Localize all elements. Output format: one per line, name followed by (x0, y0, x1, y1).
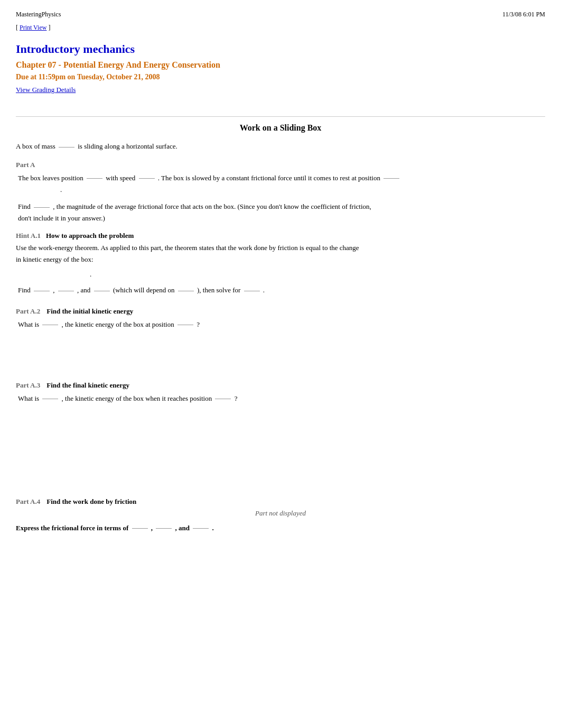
problem-title: Work on a Sliding Box (16, 123, 545, 133)
hint-body-1: Use the work-energy theorem. As applied … (16, 244, 359, 252)
timestamp: 11/3/08 6:01 PM (502, 11, 545, 19)
part-a3-title: Find the final kinetic energy (46, 381, 129, 390)
hint-find-line: Find , , and (which will depend on ), th… (18, 284, 545, 296)
part-a-dot: . (60, 186, 62, 193)
part-a3-var (42, 399, 58, 399)
print-view-section: [ Print View ] (16, 24, 545, 32)
hint-a1-label: Hint A.1 (16, 232, 41, 240)
express-text: Express the frictional force in terms of (16, 524, 128, 532)
part-a-text2: with speed (106, 174, 135, 182)
hint-and: , and (77, 286, 90, 294)
express-var1 (132, 528, 148, 529)
express-var2 (156, 528, 172, 529)
part-a-find: Find , the magnitude of the average fric… (18, 201, 545, 224)
intro-text: A box of mass (16, 142, 55, 150)
part-a3-content: What is , the kinetic energy of the box … (18, 393, 545, 404)
find-line2: don't include it in your answer.) (18, 214, 105, 222)
part-a3-qmark: ? (235, 394, 238, 402)
view-grading-link[interactable]: View Grading Details (16, 86, 76, 94)
hint-solve: ), then solve for (197, 286, 240, 294)
gap-a2 (16, 330, 545, 373)
hint-find: Find (18, 286, 31, 294)
intro-rest: is sliding along a horizontal surface. (78, 142, 177, 150)
part-a2-rest: , the kinetic energy of the box at posit… (62, 320, 174, 328)
hint-solve-var (244, 291, 260, 291)
express-line: Express the frictional force in terms of… (16, 522, 545, 534)
find-placeholder (34, 207, 50, 208)
express-var3 (193, 528, 209, 529)
part-a-text1: The box leaves position (18, 174, 83, 182)
course-title: Introductory mechanics (16, 42, 545, 56)
hint-f2 (58, 291, 74, 291)
mass-placeholder (59, 147, 74, 148)
hint-a1-header: Hint A.1 How to approach the problem (16, 232, 545, 240)
part-a3-pos (215, 399, 231, 399)
part-a-label: Part A (16, 161, 35, 169)
express-end: . (212, 524, 213, 532)
hint-dot-line: . (90, 269, 545, 280)
hint-f3 (94, 291, 110, 291)
find-text: Find (18, 202, 31, 210)
hint-dep (178, 291, 194, 291)
part-a4-label: Part A.4 (16, 497, 40, 506)
part-a-header: Part A (16, 161, 545, 169)
part-a2-var (42, 325, 58, 325)
top-bar: MasteringPhysics 11/3/08 6:01 PM (16, 11, 545, 19)
hint-f1 (34, 291, 50, 291)
part-a2-qmark: ? (197, 320, 200, 328)
part-a2-title: Find the initial kinetic energy (46, 307, 133, 316)
part-a3-header: Part A.3 Find the final kinetic energy (16, 381, 545, 390)
gap-a3b (16, 447, 545, 489)
part-a-text3: . The box is slowed by a constant fricti… (158, 174, 380, 182)
position-placeholder-1 (87, 178, 102, 179)
site-name: MasteringPhysics (16, 11, 61, 19)
part-a3-what: What is (18, 394, 39, 402)
part-a3-rest: , the kinetic energy of the box when it … (62, 394, 212, 402)
hint-a1-title: How to approach the problem (46, 232, 134, 240)
find-rest: , the magnitude of the average frictiona… (53, 202, 371, 210)
part-not-displayed: Part not displayed (16, 509, 545, 518)
part-a-content: The box leaves position with speed . The… (18, 172, 545, 196)
hint-a1-body: Use the work-energy theorem. As applied … (16, 242, 545, 265)
speed-placeholder (139, 178, 155, 179)
part-a4-header: Part A.4 Find the work done by friction (16, 497, 545, 506)
part-a2-content: What is , the kinetic energy of the box … (18, 319, 545, 330)
problem-intro: A box of mass is sliding along a horizon… (16, 141, 545, 152)
hint-period: . (263, 286, 265, 294)
chapter-title: Chapter 07 - Potential Energy And Energy… (16, 60, 545, 70)
hint-dot: . (90, 270, 91, 278)
part-a4-title: Find the work done by friction (46, 497, 136, 506)
divider-1 (16, 116, 545, 117)
part-a2-what: What is (18, 320, 39, 328)
part-a2-header: Part A.2 Find the initial kinetic energy (16, 307, 545, 316)
part-a2-label: Part A.2 (16, 307, 40, 316)
hint-body-2: in kinetic energy of the box: (16, 255, 94, 263)
position-placeholder-2 (384, 178, 399, 179)
print-view-link[interactable]: Print View (20, 24, 46, 31)
hint-which: (which will depend on (113, 286, 175, 294)
due-date: Due at 11:59pm on Tuesday, October 21, 2… (16, 73, 545, 81)
part-a3-label: Part A.3 (16, 381, 40, 390)
gap-a3 (16, 404, 545, 447)
part-a2-pos (177, 325, 193, 325)
express-and: , and (175, 524, 190, 532)
